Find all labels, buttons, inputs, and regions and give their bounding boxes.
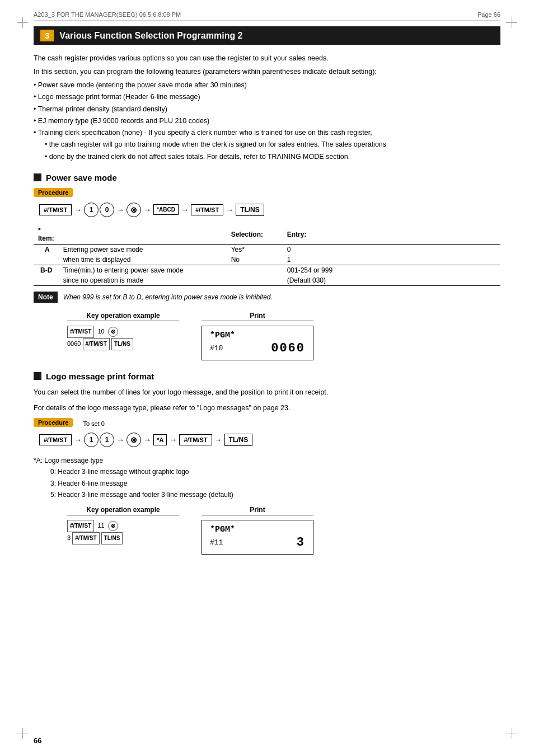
key-print-container-2: Key operation example #/TM/ST 11 ⊗ 3 #/T… bbox=[67, 506, 500, 555]
row-a2-item: when time is displayed bbox=[59, 255, 227, 265]
flow-arrow-2: → bbox=[116, 205, 124, 214]
intro-block: The cash register provides various optio… bbox=[34, 53, 500, 163]
intro-item-6: the cash register will go into training … bbox=[34, 139, 500, 151]
header-right: Page 66 bbox=[477, 11, 500, 18]
mini-key-tmst4: #/TM/ST bbox=[72, 532, 99, 544]
row-a-entry: 0 bbox=[283, 244, 500, 255]
note-text-1: When 999 is set for B to D, entering int… bbox=[63, 293, 273, 301]
logo-option-3: 3: Header 6-line message bbox=[34, 478, 500, 489]
flow-arrow-8: → bbox=[143, 435, 151, 444]
intro-item-4: EJ memory type (EJ 9000 records and PLU … bbox=[34, 115, 500, 127]
row-bd-item: Time(min.) to entering power save mode bbox=[59, 265, 227, 275]
logo-option-5: 5: Header 3-line message and footer 3-li… bbox=[34, 489, 500, 500]
row-bd2-sel bbox=[227, 275, 283, 286]
item-table-power: * Item: Selection: Entry: A Entering pow… bbox=[34, 225, 500, 286]
print-content-1: *PGM* #10 0060 bbox=[202, 326, 313, 360]
flow-arrow-7: → bbox=[116, 435, 124, 444]
flow-tlns-1: TL/NS bbox=[236, 204, 264, 216]
note-label-1: Note bbox=[34, 292, 58, 303]
th-item: * Item: bbox=[34, 225, 59, 245]
flow-circle-0: 0 bbox=[100, 203, 114, 217]
row-bd-sel bbox=[227, 265, 283, 275]
key-op-line1: #/TM/ST 10 ⊗ bbox=[67, 326, 179, 338]
row-bd-key: B-D bbox=[34, 265, 59, 275]
crosshair-tr bbox=[506, 17, 517, 28]
crosshair-tl bbox=[17, 17, 28, 28]
logo-option-0: 0: Header 3-line message without graphic… bbox=[34, 466, 500, 477]
logo-flow: #/TM/ST → 1 1 → ⊗ → *A → #/TM/ST → TL/NS bbox=[39, 433, 500, 447]
key-op-box-1: Key operation example #/TM/ST 10 ⊗ 0060 … bbox=[67, 312, 179, 360]
flow-arrow-4: → bbox=[181, 205, 189, 214]
flow-x-circle-1: ⊗ bbox=[127, 203, 141, 217]
row-a-key: A bbox=[34, 244, 59, 255]
row-a2-entry: 1 bbox=[283, 255, 500, 265]
print-header-1: Print bbox=[202, 312, 313, 321]
intro-item-3: Thermal printer density (standard densit… bbox=[34, 104, 500, 115]
page-header: A203_3 FOR THE MANAGER(SEEG) 06.5.6 8:08… bbox=[34, 11, 500, 21]
key-print-container-1: Key operation example #/TM/ST 10 ⊗ 0060 … bbox=[67, 312, 500, 360]
th-entry: Entry: bbox=[283, 225, 500, 245]
power-save-flow: #/TM/ST → 1 0 → ⊗ → *ABCD → #/TM/ST → TL… bbox=[39, 203, 500, 217]
flow-arrow-1: → bbox=[74, 205, 82, 214]
intro-list: Power save mode (entering the power save… bbox=[34, 79, 500, 163]
crosshair-bl bbox=[17, 728, 28, 739]
print-box-2: Print *PGM* #11 3 bbox=[202, 506, 313, 555]
intro-item-7: done by the trained clerk do not affect … bbox=[34, 151, 500, 163]
logo-key-line1: #/TM/ST 11 ⊗ bbox=[67, 520, 179, 532]
print-num-1: 0060 bbox=[271, 341, 305, 355]
row-bd-entry: 001-254 or 999 bbox=[283, 265, 500, 275]
mini-key-tlns: TL/NS bbox=[111, 338, 133, 350]
procedure-badge-2: Procedure bbox=[34, 418, 73, 427]
page-footer: 66 bbox=[34, 736, 41, 745]
intro-item-2: Logo message print format (Header 6-line… bbox=[34, 91, 500, 103]
mini-key-tmst: #/TM/ST bbox=[67, 326, 94, 338]
logo-message-title: Logo message print format bbox=[34, 372, 500, 381]
header-left: A203_3 FOR THE MANAGER(SEEG) 06.5.6 8:08… bbox=[34, 11, 181, 18]
table-row: B-D Time(min.) to entering power save mo… bbox=[34, 265, 500, 275]
print-num-2: 3 bbox=[297, 536, 305, 550]
flow-x-circle-2: ⊗ bbox=[127, 433, 141, 447]
row-a2-sel: No bbox=[227, 255, 283, 265]
intro-line2: In this section, you can program the fol… bbox=[34, 66, 500, 77]
power-save-title: Power save mode bbox=[34, 173, 500, 182]
print-pgm-2: *PGM* bbox=[210, 525, 305, 534]
section-title-bar: 3 Various Function Selection Programming… bbox=[34, 26, 500, 45]
logo-procedure-row: Procedure To set 0 bbox=[34, 418, 500, 429]
mini-key-tmst3: #/TM/ST bbox=[67, 520, 94, 532]
mini-key-tlns2: TL/NS bbox=[101, 532, 123, 544]
key-op-content-1: #/TM/ST 10 ⊗ 0060 #/TM/ST TL/NS bbox=[67, 326, 179, 350]
key-op-header-1: Key operation example bbox=[67, 312, 179, 321]
key-op-box-2: Key operation example #/TM/ST 11 ⊗ 3 #/T… bbox=[67, 506, 179, 555]
row-a-item: Entering power save mode bbox=[59, 244, 227, 255]
flow-key-tmst-4: #/TM/ST bbox=[179, 434, 212, 445]
flow-key-tmst-1: #/TM/ST bbox=[39, 204, 72, 215]
flow-arrow-3: → bbox=[143, 205, 151, 214]
print-hash-2: #11 bbox=[210, 538, 223, 547]
flow-arrow-9: → bbox=[169, 435, 177, 444]
intro-item-1: Power save mode (entering the power save… bbox=[34, 79, 500, 91]
flow-arrow-5: → bbox=[226, 205, 233, 214]
flow-tlns-2: TL/NS bbox=[224, 434, 253, 446]
crosshair-br bbox=[506, 728, 517, 739]
mini-key-tmst2: #/TM/ST bbox=[83, 338, 110, 350]
key-op-content-2: #/TM/ST 11 ⊗ 3 #/TM/ST TL/NS bbox=[67, 520, 179, 544]
section-number: 3 bbox=[40, 30, 54, 41]
power-save-procedure-row: Procedure bbox=[34, 188, 500, 199]
flow-circle-1: 1 bbox=[84, 203, 99, 217]
print-box-1: Print *PGM* #10 0060 bbox=[202, 312, 313, 360]
toset-label: To set 0 bbox=[83, 420, 105, 427]
print-hash-1: #10 bbox=[210, 344, 223, 353]
table-row: when time is displayed No 1 bbox=[34, 255, 500, 265]
flow-star-a: *A bbox=[153, 434, 167, 445]
logo-notes: *A: Logo message type 0: Header 3-line m… bbox=[34, 455, 500, 501]
intro-line1: The cash register provides various optio… bbox=[34, 53, 500, 64]
flow-arrow-6: → bbox=[74, 435, 82, 444]
note-box-1: Note When 999 is set for B to D, enterin… bbox=[34, 292, 500, 303]
flow-key-tmst-2: #/TM/ST bbox=[191, 204, 223, 215]
flow-arrow-10: → bbox=[214, 435, 222, 444]
table-row: A Entering power save mode Yes* 0 bbox=[34, 244, 500, 255]
flow-key-tmst-3: #/TM/ST bbox=[39, 434, 72, 445]
flow-abcd-1: *ABCD bbox=[153, 204, 179, 215]
flow-circle-1b: 1 bbox=[100, 433, 114, 447]
intro-item-5: Training clerk specification (none) - If… bbox=[34, 127, 500, 139]
